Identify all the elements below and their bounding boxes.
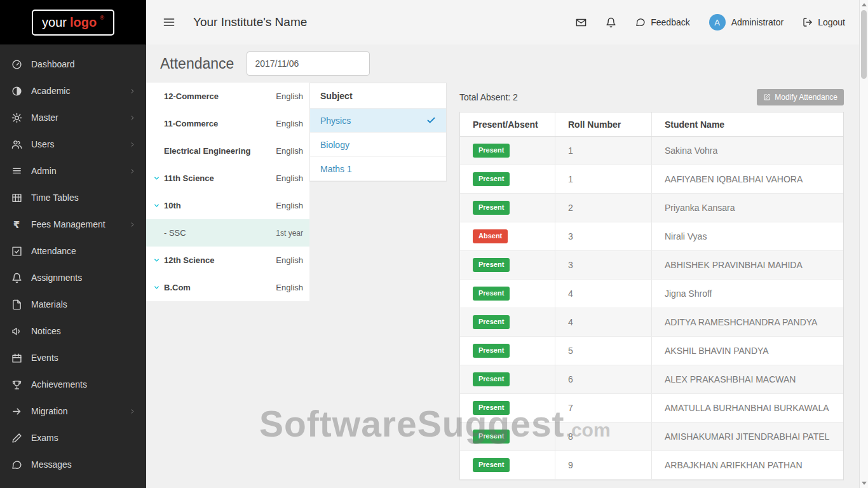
notifications-bell-icon[interactable] [606,17,616,28]
pencil-icon [10,433,23,444]
logout-button[interactable]: Logout [803,17,845,27]
name-cell: ARBAJKHAN ARIFKHAN PATHAN [652,451,843,479]
sidebar-item[interactable]: Admin [0,158,146,184]
class-row[interactable]: - SSC 1st year [146,219,309,247]
check-square-icon [10,246,23,257]
topbar: Your Institute's Name Feedback A Adminis… [146,0,868,44]
scrollbar-thumb[interactable] [861,10,867,79]
sidebar-item[interactable]: Time Tables [0,184,146,211]
roll-cell: 3 [555,251,652,279]
attendance-row: Present 3 ABHISHEK PRAVINBHAI MAHIDA [460,251,843,280]
comment-icon [10,459,23,470]
roll-cell: 1 [555,137,652,165]
subject-row[interactable]: Biology [310,133,446,157]
sidebar-item[interactable]: ₹ Fees Management [0,211,146,238]
status-cell: Present [460,308,555,336]
subject-row[interactable]: Maths 1 [310,157,446,181]
logout-icon [803,17,813,27]
name-cell: ADITYA RAMESHCHANDRA PANDYA [652,308,843,336]
main-area: Your Institute's Name Feedback A Adminis… [146,0,868,488]
logo[interactable]: your logo ® [32,10,114,36]
feedback-link[interactable]: Feedback [635,17,689,27]
chevron-down-icon [153,257,160,264]
sidebar-item[interactable]: Attendance [0,238,146,264]
class-row[interactable]: 10th English [146,192,309,219]
status-cell: Present [460,251,555,279]
class-row[interactable]: 12-Commerce English [146,83,309,110]
scroll-up-button[interactable] [860,0,868,10]
page-title: Attendance [160,55,234,72]
status-badge: Present [473,458,510,471]
roll-cell: 6 [555,365,652,393]
col-student-name: Student Name [652,112,843,136]
sidebar-item[interactable]: Events [0,344,146,371]
sidebar-item[interactable]: Messages [0,451,146,478]
sidebar-item[interactable]: Migration [0,398,146,424]
status-cell: Present [460,337,555,365]
status-badge: Present [473,372,510,386]
subject-list: Physics Biology Maths 1 [310,109,446,181]
class-row[interactable]: Electrical Engineering English [146,137,309,165]
name-cell: AMATULLA BURHANBHAI BURKAWALA [652,394,843,422]
sidebar-item[interactable]: Users [0,131,146,158]
sidebar-item[interactable]: Achievements [0,371,146,398]
content: Attendance 12-Commerce English [146,44,868,480]
feedback-label: Feedback [651,17,689,27]
name-cell: ABHISHEK PRAVINBHAI MAHIDA [652,251,843,279]
status-cell: Present [460,423,555,451]
chevron-right-icon [129,88,136,95]
date-input[interactable] [247,51,370,76]
scroll-down-button[interactable] [860,478,868,488]
page-scrollbar[interactable] [859,0,868,488]
calendar-icon [10,353,23,363]
status-badge: Present [473,258,510,271]
status-badge: Present [473,172,510,186]
name-cell: Jigna Shroff [652,280,843,308]
user-menu[interactable]: A Administrator [709,14,783,30]
sidebar-item[interactable]: Academic [0,78,146,104]
status-cell: Present [460,280,555,308]
sidebar-item[interactable]: Materials [0,291,146,318]
class-row[interactable]: 11-Commerce English [146,110,309,137]
roll-cell: 8 [555,423,652,451]
class-row[interactable]: 11th Science English [146,165,309,192]
name-cell: Priyanka Kansara [652,194,843,222]
attendance-row: Present 4 Jigna Shroff [460,280,843,308]
bell-icon [10,273,23,283]
sidebar-toggle-button[interactable] [163,16,175,29]
status-cell: Present [460,137,555,165]
megaphone-icon [10,326,23,337]
chevron-right-icon [129,141,136,148]
gear-icon [10,112,23,123]
sidebar-item[interactable]: Assignments [0,264,146,291]
academic-icon [10,86,23,97]
class-list: 12-Commerce English 11-Commerce English [146,83,309,301]
sidebar-item[interactable]: Master [0,104,146,131]
attendance-row: Present 4 ADITYA RAMESHCHANDRA PANDYA [460,308,843,337]
name-cell: AAFIYABEN IQBALBHAI VAHORA [652,165,843,193]
total-absent-label: Total Absent: 2 [459,92,518,102]
sidebar-item[interactable]: Dashboard [0,51,146,78]
envelope-icon[interactable] [576,17,587,28]
attendance-table-area: Total Absent: 2 Modify Attendance Presen… [447,83,868,480]
col-roll-number: Roll Number [555,112,652,136]
sidebar-item[interactable]: Exams [0,424,146,451]
status-cell: Present [460,365,555,393]
edit-icon [763,93,771,101]
subject-row[interactable]: Physics [310,109,446,133]
modify-attendance-button[interactable]: Modify Attendance [757,89,844,105]
chevron-right-icon [129,221,136,228]
chevron-right-icon [129,408,136,415]
status-cell: Present [460,451,555,479]
logout-label: Logout [818,17,845,27]
attendance-row: Present 6 ALEX PRAKASHBHAI MACWAN [460,365,843,394]
institute-name: Your Institute's Name [193,15,307,29]
sidebar-item[interactable]: Notices [0,318,146,344]
roll-cell: 2 [555,194,652,222]
arrow-right-icon [10,406,23,417]
col-present-absent: Present/Absent [460,112,555,136]
check-icon [426,116,436,125]
attendance-panel: 12-Commerce English 11-Commerce English [146,83,868,480]
class-row[interactable]: 12th Science English [146,247,309,274]
class-row[interactable]: B.Com English [146,274,309,301]
